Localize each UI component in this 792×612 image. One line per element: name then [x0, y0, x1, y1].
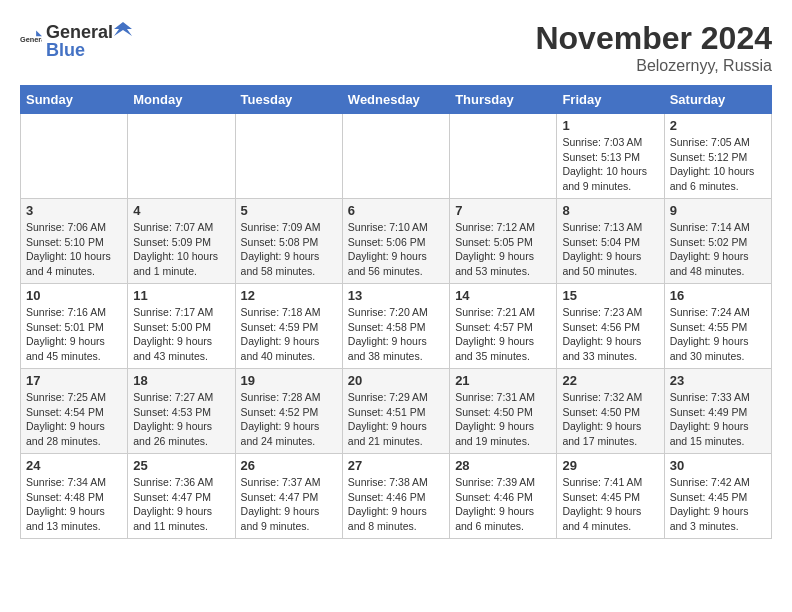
calendar-cell: 22Sunrise: 7:32 AMSunset: 4:50 PMDayligh…	[557, 369, 664, 454]
calendar-cell: 30Sunrise: 7:42 AMSunset: 4:45 PMDayligh…	[664, 454, 771, 539]
logo-bird-icon	[114, 20, 132, 38]
calendar-cell: 28Sunrise: 7:39 AMSunset: 4:46 PMDayligh…	[450, 454, 557, 539]
month-title: November 2024	[535, 20, 772, 57]
week-row-4: 17Sunrise: 7:25 AMSunset: 4:54 PMDayligh…	[21, 369, 772, 454]
calendar-cell	[342, 114, 449, 199]
logo: General General Blue	[20, 20, 133, 60]
day-number: 6	[348, 203, 444, 218]
day-info: Sunrise: 7:34 AMSunset: 4:48 PMDaylight:…	[26, 475, 122, 534]
weekday-header-sunday: Sunday	[21, 86, 128, 114]
calendar-cell	[450, 114, 557, 199]
calendar-cell: 17Sunrise: 7:25 AMSunset: 4:54 PMDayligh…	[21, 369, 128, 454]
day-number: 2	[670, 118, 766, 133]
weekday-header-tuesday: Tuesday	[235, 86, 342, 114]
day-number: 19	[241, 373, 337, 388]
day-info: Sunrise: 7:18 AMSunset: 4:59 PMDaylight:…	[241, 305, 337, 364]
day-number: 14	[455, 288, 551, 303]
day-info: Sunrise: 7:36 AMSunset: 4:47 PMDaylight:…	[133, 475, 229, 534]
day-info: Sunrise: 7:27 AMSunset: 4:53 PMDaylight:…	[133, 390, 229, 449]
calendar-cell: 15Sunrise: 7:23 AMSunset: 4:56 PMDayligh…	[557, 284, 664, 369]
weekday-header-row: SundayMondayTuesdayWednesdayThursdayFrid…	[21, 86, 772, 114]
calendar-cell: 18Sunrise: 7:27 AMSunset: 4:53 PMDayligh…	[128, 369, 235, 454]
day-info: Sunrise: 7:10 AMSunset: 5:06 PMDaylight:…	[348, 220, 444, 279]
day-number: 4	[133, 203, 229, 218]
day-info: Sunrise: 7:12 AMSunset: 5:05 PMDaylight:…	[455, 220, 551, 279]
day-number: 24	[26, 458, 122, 473]
day-info: Sunrise: 7:07 AMSunset: 5:09 PMDaylight:…	[133, 220, 229, 279]
weekday-header-thursday: Thursday	[450, 86, 557, 114]
location-title: Belozernyy, Russia	[535, 57, 772, 75]
calendar-cell: 3Sunrise: 7:06 AMSunset: 5:10 PMDaylight…	[21, 199, 128, 284]
calendar-cell: 11Sunrise: 7:17 AMSunset: 5:00 PMDayligh…	[128, 284, 235, 369]
day-info: Sunrise: 7:25 AMSunset: 4:54 PMDaylight:…	[26, 390, 122, 449]
day-number: 15	[562, 288, 658, 303]
day-number: 11	[133, 288, 229, 303]
day-info: Sunrise: 7:41 AMSunset: 4:45 PMDaylight:…	[562, 475, 658, 534]
calendar-cell: 12Sunrise: 7:18 AMSunset: 4:59 PMDayligh…	[235, 284, 342, 369]
header: General General Blue November 2024 Beloz…	[20, 20, 772, 75]
day-number: 3	[26, 203, 122, 218]
calendar-cell: 6Sunrise: 7:10 AMSunset: 5:06 PMDaylight…	[342, 199, 449, 284]
calendar-cell: 8Sunrise: 7:13 AMSunset: 5:04 PMDaylight…	[557, 199, 664, 284]
day-number: 18	[133, 373, 229, 388]
day-number: 5	[241, 203, 337, 218]
day-number: 22	[562, 373, 658, 388]
weekday-header-monday: Monday	[128, 86, 235, 114]
day-info: Sunrise: 7:06 AMSunset: 5:10 PMDaylight:…	[26, 220, 122, 279]
day-info: Sunrise: 7:37 AMSunset: 4:47 PMDaylight:…	[241, 475, 337, 534]
day-info: Sunrise: 7:20 AMSunset: 4:58 PMDaylight:…	[348, 305, 444, 364]
calendar-cell: 2Sunrise: 7:05 AMSunset: 5:12 PMDaylight…	[664, 114, 771, 199]
svg-marker-2	[114, 22, 132, 36]
calendar-cell: 14Sunrise: 7:21 AMSunset: 4:57 PMDayligh…	[450, 284, 557, 369]
day-info: Sunrise: 7:21 AMSunset: 4:57 PMDaylight:…	[455, 305, 551, 364]
day-info: Sunrise: 7:23 AMSunset: 4:56 PMDaylight:…	[562, 305, 658, 364]
week-row-5: 24Sunrise: 7:34 AMSunset: 4:48 PMDayligh…	[21, 454, 772, 539]
calendar-cell	[128, 114, 235, 199]
calendar-cell: 16Sunrise: 7:24 AMSunset: 4:55 PMDayligh…	[664, 284, 771, 369]
week-row-2: 3Sunrise: 7:06 AMSunset: 5:10 PMDaylight…	[21, 199, 772, 284]
day-info: Sunrise: 7:42 AMSunset: 4:45 PMDaylight:…	[670, 475, 766, 534]
calendar-cell: 23Sunrise: 7:33 AMSunset: 4:49 PMDayligh…	[664, 369, 771, 454]
day-info: Sunrise: 7:31 AMSunset: 4:50 PMDaylight:…	[455, 390, 551, 449]
calendar-cell: 25Sunrise: 7:36 AMSunset: 4:47 PMDayligh…	[128, 454, 235, 539]
day-number: 17	[26, 373, 122, 388]
day-number: 28	[455, 458, 551, 473]
day-number: 13	[348, 288, 444, 303]
day-number: 16	[670, 288, 766, 303]
calendar-cell: 10Sunrise: 7:16 AMSunset: 5:01 PMDayligh…	[21, 284, 128, 369]
day-info: Sunrise: 7:29 AMSunset: 4:51 PMDaylight:…	[348, 390, 444, 449]
calendar-cell: 19Sunrise: 7:28 AMSunset: 4:52 PMDayligh…	[235, 369, 342, 454]
weekday-header-wednesday: Wednesday	[342, 86, 449, 114]
week-row-3: 10Sunrise: 7:16 AMSunset: 5:01 PMDayligh…	[21, 284, 772, 369]
day-number: 10	[26, 288, 122, 303]
calendar-cell	[235, 114, 342, 199]
day-number: 26	[241, 458, 337, 473]
day-number: 1	[562, 118, 658, 133]
calendar-cell: 26Sunrise: 7:37 AMSunset: 4:47 PMDayligh…	[235, 454, 342, 539]
day-info: Sunrise: 7:14 AMSunset: 5:02 PMDaylight:…	[670, 220, 766, 279]
day-number: 21	[455, 373, 551, 388]
calendar-cell: 21Sunrise: 7:31 AMSunset: 4:50 PMDayligh…	[450, 369, 557, 454]
day-info: Sunrise: 7:32 AMSunset: 4:50 PMDaylight:…	[562, 390, 658, 449]
day-number: 27	[348, 458, 444, 473]
weekday-header-friday: Friday	[557, 86, 664, 114]
calendar-cell: 9Sunrise: 7:14 AMSunset: 5:02 PMDaylight…	[664, 199, 771, 284]
weekday-header-saturday: Saturday	[664, 86, 771, 114]
logo-general: General	[46, 23, 113, 41]
calendar-cell: 20Sunrise: 7:29 AMSunset: 4:51 PMDayligh…	[342, 369, 449, 454]
day-info: Sunrise: 7:09 AMSunset: 5:08 PMDaylight:…	[241, 220, 337, 279]
day-number: 7	[455, 203, 551, 218]
day-info: Sunrise: 7:03 AMSunset: 5:13 PMDaylight:…	[562, 135, 658, 194]
day-info: Sunrise: 7:39 AMSunset: 4:46 PMDaylight:…	[455, 475, 551, 534]
day-number: 30	[670, 458, 766, 473]
calendar-cell: 5Sunrise: 7:09 AMSunset: 5:08 PMDaylight…	[235, 199, 342, 284]
day-info: Sunrise: 7:24 AMSunset: 4:55 PMDaylight:…	[670, 305, 766, 364]
calendar-table: SundayMondayTuesdayWednesdayThursdayFrid…	[20, 85, 772, 539]
calendar-cell: 13Sunrise: 7:20 AMSunset: 4:58 PMDayligh…	[342, 284, 449, 369]
calendar-cell: 24Sunrise: 7:34 AMSunset: 4:48 PMDayligh…	[21, 454, 128, 539]
day-number: 23	[670, 373, 766, 388]
day-info: Sunrise: 7:16 AMSunset: 5:01 PMDaylight:…	[26, 305, 122, 364]
day-info: Sunrise: 7:38 AMSunset: 4:46 PMDaylight:…	[348, 475, 444, 534]
calendar-cell: 1Sunrise: 7:03 AMSunset: 5:13 PMDaylight…	[557, 114, 664, 199]
calendar-cell: 7Sunrise: 7:12 AMSunset: 5:05 PMDaylight…	[450, 199, 557, 284]
